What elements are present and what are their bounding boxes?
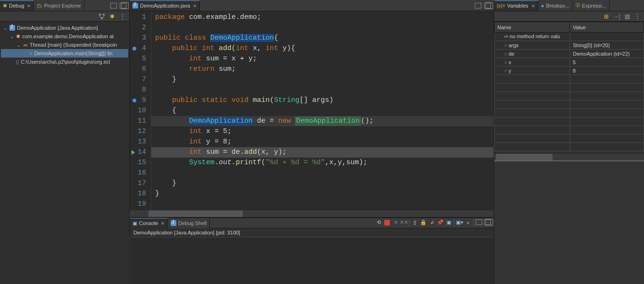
console-status: DemoApplication [Java Application] [pid:… xyxy=(130,228,494,237)
variable-detail[interactable] xyxy=(494,160,644,284)
gear-icon: ✱ xyxy=(16,33,20,40)
tab-project-explorer[interactable]: 🗀 Project Explorer xyxy=(34,0,84,11)
debug-panel: ✱ Debug ✕ 🗀 Project Explorer ✱ ⋮ ⌄DemoAp… xyxy=(0,0,130,284)
tab-label: Expressi... xyxy=(582,3,606,8)
expander-icon[interactable]: ⌄ xyxy=(3,25,8,31)
tab-label: DemoApplication.java xyxy=(140,3,190,8)
tab-label: Debug Shell xyxy=(178,220,206,226)
pin-icon[interactable]: 📌 xyxy=(437,219,444,226)
thread-icon: ⫘ xyxy=(23,42,28,48)
java-app-icon xyxy=(9,25,15,31)
horizontal-scrollbar[interactable] xyxy=(130,210,494,217)
terminate-icon[interactable] xyxy=(384,219,390,226)
tab-expressions[interactable]: ⓧ Expressi... xyxy=(573,0,609,11)
debug-toolbar: ✱ ⋮ xyxy=(0,11,129,22)
tree-label: DemoApplication.main(String[]) lin xyxy=(34,50,112,56)
console-output[interactable] xyxy=(130,238,494,284)
tree-label: Thread [main] (Suspended (breakpoin xyxy=(30,42,117,48)
view-menu-icon[interactable]: ⋮ xyxy=(634,13,641,20)
tree-row[interactable]: ⌄DemoApplication [Java Application] xyxy=(1,24,128,32)
clear-icon[interactable]: ▯ xyxy=(412,219,418,226)
minimize-icon[interactable] xyxy=(476,219,482,225)
tree-label: com.example.demo.DemoApplication at xyxy=(22,33,114,39)
console-panel: ▣ Console ✕ Debug Shell ⟲ ✕ ✕✕ ▯ 🔒 ↲ 📌 ▣ xyxy=(130,217,494,284)
tab-debug-shell[interactable]: Debug Shell xyxy=(168,218,210,228)
tab-debug[interactable]: ✱ Debug ✕ xyxy=(0,0,34,11)
variable-row[interactable]: ⇨ no method return valu xyxy=(495,33,644,41)
minimize-icon[interactable] xyxy=(475,3,481,8)
tab-editor-file[interactable]: DemoApplication.java ✕ xyxy=(130,0,200,11)
variable-row xyxy=(495,117,644,126)
remove-all-icon[interactable]: ✕✕ xyxy=(401,219,407,226)
show-type-icon[interactable]: ⊞ xyxy=(603,13,610,20)
java-file-icon xyxy=(132,3,138,8)
word-wrap-icon[interactable]: ↲ xyxy=(429,219,435,226)
variable-row[interactable]: ○ argsString[0] (id=20) xyxy=(495,41,644,50)
code-lines[interactable]: package com.example.demo;public class De… xyxy=(151,11,494,210)
stackframe-icon: ≡ xyxy=(29,50,32,56)
tab-label: Variables xyxy=(507,3,528,8)
close-icon[interactable]: ✕ xyxy=(531,3,535,8)
expander-icon[interactable]: ⌄ xyxy=(9,33,14,40)
left-tabbar: ✱ Debug ✕ 🗀 Project Explorer xyxy=(0,0,129,11)
variables-icon: (x)= xyxy=(497,3,505,8)
tab-label: Breakpo... xyxy=(546,3,570,8)
variables-toolbar: ⊞ →| ▤ ⋮ xyxy=(494,11,644,22)
maximize-icon[interactable] xyxy=(120,3,126,8)
col-value[interactable]: Value xyxy=(570,22,644,33)
variable-row xyxy=(495,143,644,151)
variable-row xyxy=(495,92,644,100)
variable-row xyxy=(495,134,644,143)
minimize-icon[interactable] xyxy=(110,3,117,8)
vars-scrollbar[interactable] xyxy=(494,154,644,160)
variable-row[interactable]: ○ deDemoApplication (id=22) xyxy=(495,50,644,58)
svg-rect-2 xyxy=(101,17,103,19)
tree-row[interactable]: ≡DemoApplication.main(String[]) lin xyxy=(1,49,128,58)
gear-icon[interactable]: ✱ xyxy=(108,13,116,20)
line-gutter[interactable]: 12345678910111213141516171819 xyxy=(130,11,151,210)
svg-rect-1 xyxy=(103,14,105,16)
close-icon[interactable]: ✕ xyxy=(161,221,165,226)
remove-launch-icon[interactable]: ✕ xyxy=(392,219,399,226)
close-icon[interactable]: ✕ xyxy=(193,3,197,8)
close-icon[interactable]: ✕ xyxy=(27,3,31,8)
tree-row[interactable]: ⌄✱com.example.demo.DemoApplication at xyxy=(1,32,128,41)
maximize-icon[interactable] xyxy=(484,3,491,8)
col-name[interactable]: Name xyxy=(495,22,570,33)
display-icon[interactable]: ▣ xyxy=(446,219,452,226)
variable-row xyxy=(495,109,644,117)
variable-row[interactable]: ○ y8 xyxy=(495,67,644,75)
tree-row[interactable]: ▯C:\Users\archa\.p2\pool\plugins\org.ecl xyxy=(1,58,128,66)
breakpoints-icon: ● xyxy=(541,3,545,8)
right-tabbar: (x)= Variables ✕ ● Breakpo... ⓧ Expressi… xyxy=(494,0,644,11)
tree-icon[interactable] xyxy=(98,13,106,20)
variables-table: Name Value ⇨ no method return valu○ args… xyxy=(494,22,644,151)
editor-tabbar: DemoApplication.java ✕ xyxy=(130,0,494,11)
restart-icon[interactable]: ⟲ xyxy=(375,219,382,226)
debug-icon: ✱ xyxy=(3,3,7,9)
folder-icon: 🗀 xyxy=(37,3,42,8)
layout-icon[interactable]: ▤ xyxy=(623,13,631,20)
tab-breakpoints[interactable]: ● Breakpo... xyxy=(538,0,573,11)
expander-icon[interactable]: ⌄ xyxy=(16,42,21,48)
view-menu-icon[interactable]: ⋮ xyxy=(119,13,126,20)
variable-row xyxy=(495,100,644,109)
new-console-icon[interactable]: + xyxy=(465,219,471,226)
tab-variables[interactable]: (x)= Variables ✕ xyxy=(494,0,538,11)
variable-row xyxy=(495,126,644,134)
tree-label: DemoApplication [Java Application] xyxy=(17,25,98,31)
variable-row xyxy=(495,75,644,84)
maximize-icon[interactable] xyxy=(484,219,491,225)
svg-rect-0 xyxy=(99,14,101,16)
code-editor[interactable]: 12345678910111213141516171819 package co… xyxy=(130,11,494,217)
variable-row[interactable]: ○ x5 xyxy=(495,58,644,67)
scroll-lock-icon[interactable]: 🔒 xyxy=(420,219,427,226)
collapse-icon[interactable]: →| xyxy=(613,13,620,20)
java-file-icon xyxy=(171,220,176,226)
center-panel: DemoApplication.java ✕ 12345678910111213… xyxy=(130,0,494,284)
file-icon: ▯ xyxy=(16,59,19,65)
console-icon: ▣ xyxy=(132,220,137,226)
open-console-icon[interactable]: ▣▾ xyxy=(456,219,463,226)
tab-console[interactable]: ▣ Console ✕ xyxy=(130,218,168,228)
tree-row[interactable]: ⌄⫘Thread [main] (Suspended (breakpoin xyxy=(1,41,128,49)
